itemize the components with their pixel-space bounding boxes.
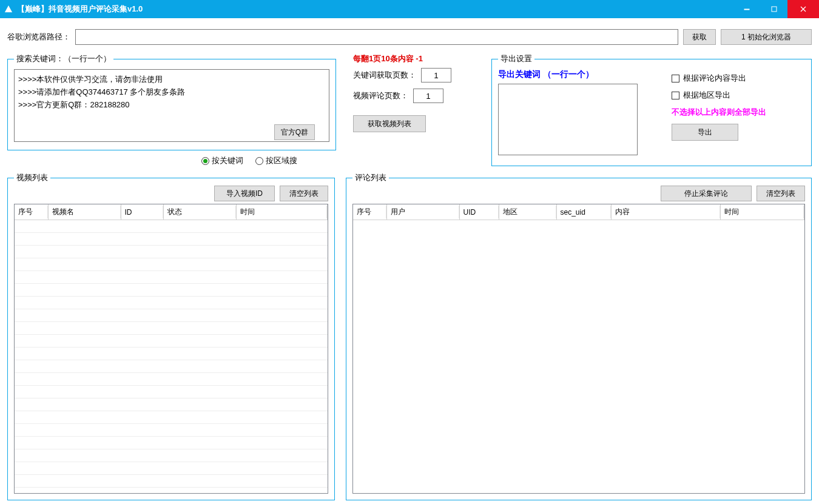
table-row: [15, 373, 328, 386]
table-row: [15, 424, 328, 437]
table-row: [15, 437, 328, 449]
column-header[interactable]: 地区: [499, 204, 556, 220]
table-row: [15, 233, 328, 246]
keyword-pages-input[interactable]: [421, 68, 451, 82]
export-settings-fieldset: 导出设置 导出关键词 （一行一个） 根据评论内容导出 根据地区导出 不选择以上内…: [491, 53, 812, 166]
comment-list-fieldset: 评论列表 停止采集评论 清空列表 序号用户UID地区sec_uid内容时间: [346, 172, 812, 500]
get-chrome-path-button[interactable]: 获取: [683, 29, 716, 45]
pages-settings: 每翻1页10条内容 -1 关键词获取页数： 视频评论页数： 获取视频列表: [347, 53, 480, 166]
table-row: [15, 462, 328, 475]
clear-video-list-button[interactable]: 清空列表: [280, 186, 328, 201]
table-row: [15, 348, 328, 360]
keyword-pages-label: 关键词获取页数：: [353, 70, 416, 81]
close-button[interactable]: [787, 0, 819, 18]
table-row: [15, 360, 328, 373]
chrome-path-input[interactable]: [75, 29, 678, 45]
radio-by-keyword[interactable]: 按关键词: [201, 155, 243, 166]
table-row: [15, 398, 328, 411]
pages-red-note: 每翻1页10条内容 -1: [353, 53, 480, 64]
video-table: 序号视频名ID状态时间: [15, 204, 328, 494]
table-row: [15, 386, 328, 398]
column-header[interactable]: 序号: [353, 204, 386, 220]
table-row: [15, 284, 328, 297]
checkbox-by-comment-content[interactable]: 根据评论内容导出: [672, 73, 805, 84]
comment-list-legend: 评论列表: [352, 172, 389, 183]
column-header[interactable]: 视频名: [48, 204, 121, 220]
comment-pages-input[interactable]: [413, 89, 443, 103]
export-button[interactable]: 导出: [672, 124, 738, 141]
radio-by-region[interactable]: 按区域搜: [255, 155, 297, 166]
q-group-button[interactable]: 官方Q群: [274, 124, 315, 140]
comment-table-container[interactable]: 序号用户UID地区sec_uid内容时间: [352, 204, 805, 494]
checkbox-icon: [672, 75, 679, 82]
column-header[interactable]: 序号: [15, 204, 48, 220]
comment-pages-label: 视频评论页数：: [353, 90, 408, 101]
table-row: [15, 258, 328, 271]
comment-table: 序号用户UID地区sec_uid内容时间: [353, 204, 804, 220]
maximize-button[interactable]: [760, 0, 787, 18]
search-keywords-legend: 搜索关键词：（一行一个）: [14, 53, 113, 64]
import-video-id-button[interactable]: 导入视频ID: [214, 186, 275, 201]
table-row: [15, 246, 328, 258]
table-row: [15, 297, 328, 309]
app-icon: [4, 4, 13, 14]
minimize-button[interactable]: [733, 0, 760, 18]
column-header[interactable]: 时间: [720, 204, 804, 220]
column-header[interactable]: 内容: [611, 204, 720, 220]
column-header[interactable]: 状态: [163, 204, 236, 220]
video-list-fieldset: 视频列表 导入视频ID 清空列表 序号视频名ID状态时间: [7, 172, 335, 500]
svg-marker-0: [5, 5, 12, 12]
table-row: [15, 449, 328, 462]
column-header[interactable]: UID: [459, 204, 499, 220]
column-header[interactable]: 用户: [386, 204, 459, 220]
column-header[interactable]: sec_uid: [556, 204, 611, 220]
svg-rect-2: [772, 7, 777, 12]
table-row: [15, 475, 328, 488]
table-row: [15, 488, 328, 494]
export-keywords-textarea[interactable]: [498, 84, 638, 155]
table-row: [15, 309, 328, 322]
export-keywords-title: 导出关键词 （一行一个）: [498, 69, 666, 80]
chrome-path-label: 谷歌浏览器路径：: [7, 32, 70, 42]
stop-collect-comments-button[interactable]: 停止采集评论: [661, 186, 752, 201]
table-row: [15, 322, 328, 335]
clear-comment-list-button[interactable]: 清空列表: [757, 186, 805, 201]
export-note: 不选择以上内容则全部导出: [672, 107, 805, 118]
video-table-container[interactable]: 序号视频名ID状态时间: [14, 204, 328, 494]
get-video-list-button[interactable]: 获取视频列表: [353, 115, 426, 132]
video-list-legend: 视频列表: [14, 172, 50, 183]
table-row: [15, 335, 328, 348]
checkbox-icon: [672, 92, 679, 99]
radio-dot-checked-icon: [201, 157, 209, 165]
init-browser-button[interactable]: 1 初始化浏览器: [721, 29, 812, 45]
table-row: [15, 220, 328, 233]
table-row: [15, 271, 328, 284]
checkbox-by-region[interactable]: 根据地区导出: [672, 90, 805, 101]
export-settings-legend: 导出设置: [498, 53, 534, 64]
window-title: 【巅峰】抖音视频用户评论采集v1.0: [17, 4, 733, 15]
table-row: [15, 411, 328, 424]
search-keywords-fieldset: 搜索关键词：（一行一个） 官方Q群: [7, 53, 336, 150]
column-header[interactable]: 时间: [236, 204, 328, 220]
column-header[interactable]: ID: [121, 204, 163, 220]
svg-rect-1: [744, 9, 749, 10]
titlebar[interactable]: 【巅峰】抖音视频用户评论采集v1.0: [0, 0, 819, 18]
radio-dot-icon: [255, 157, 263, 165]
